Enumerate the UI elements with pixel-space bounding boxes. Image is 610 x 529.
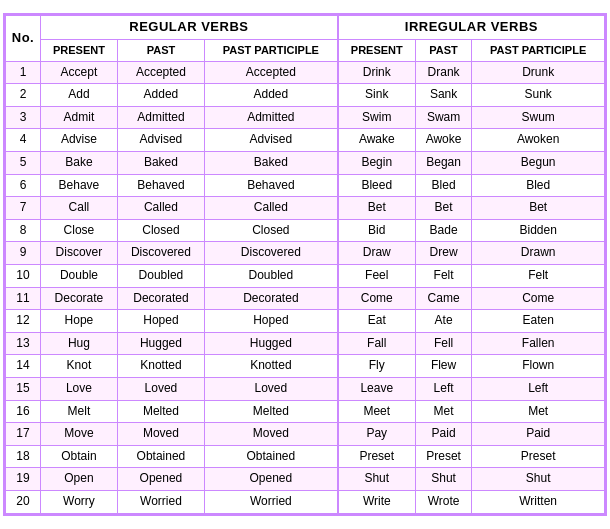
irr-past: Fell	[415, 332, 472, 355]
reg-past: Moved	[117, 423, 204, 446]
table-row: 6BehaveBehavedBehavedBleedBledBled	[6, 174, 605, 197]
irr-pp-header: PAST PARTICIPLE	[472, 40, 605, 61]
reg-past: Discovered	[117, 242, 204, 265]
irr-present: Swim	[338, 106, 416, 129]
irr-pp: Shut	[472, 468, 605, 491]
irr-past: Felt	[415, 265, 472, 288]
table-row: 17MoveMovedMovedPayPaidPaid	[6, 423, 605, 446]
irr-present: Meet	[338, 400, 416, 423]
reg-pp: Hugged	[204, 332, 337, 355]
reg-pp: Worried	[204, 490, 337, 513]
irr-pp: Drunk	[472, 61, 605, 84]
irr-past: Awoke	[415, 129, 472, 152]
reg-present: Decorate	[41, 287, 118, 310]
irr-past: Bade	[415, 219, 472, 242]
irregular-verbs-header: IRREGULAR VERBS	[338, 16, 605, 40]
irr-pp: Begun	[472, 152, 605, 175]
reg-present: Worry	[41, 490, 118, 513]
reg-past: Loved	[117, 377, 204, 400]
irr-present: Come	[338, 287, 416, 310]
irr-present: Sink	[338, 84, 416, 107]
row-no: 11	[6, 287, 41, 310]
verb-table: No. REGULAR VERBS IRREGULAR VERBS PRESEN…	[5, 15, 605, 513]
irr-past: Bet	[415, 197, 472, 220]
reg-pp: Loved	[204, 377, 337, 400]
reg-present: Advise	[41, 129, 118, 152]
table-row: 13HugHuggedHuggedFallFellFallen	[6, 332, 605, 355]
reg-pp: Doubled	[204, 265, 337, 288]
reg-present-header: PRESENT	[41, 40, 118, 61]
irr-pp: Met	[472, 400, 605, 423]
irr-pp: Drawn	[472, 242, 605, 265]
reg-present: Love	[41, 377, 118, 400]
irr-past: Swam	[415, 106, 472, 129]
irr-pp: Preset	[472, 445, 605, 468]
reg-pp: Called	[204, 197, 337, 220]
no-header: No.	[6, 16, 41, 61]
irr-pp: Written	[472, 490, 605, 513]
reg-pp: Closed	[204, 219, 337, 242]
table-row: 9DiscoverDiscoveredDiscoveredDrawDrewDra…	[6, 242, 605, 265]
reg-present: Discover	[41, 242, 118, 265]
irr-past: Bled	[415, 174, 472, 197]
irr-pp: Come	[472, 287, 605, 310]
irr-present: Write	[338, 490, 416, 513]
table-row: 1AcceptAcceptedAcceptedDrinkDrankDrunk	[6, 61, 605, 84]
irr-pp: Bled	[472, 174, 605, 197]
irr-present: Begin	[338, 152, 416, 175]
reg-past: Closed	[117, 219, 204, 242]
reg-pp: Melted	[204, 400, 337, 423]
irr-past: Began	[415, 152, 472, 175]
irr-past: Preset	[415, 445, 472, 468]
reg-past: Behaved	[117, 174, 204, 197]
regular-verbs-header: REGULAR VERBS	[41, 16, 338, 40]
reg-pp: Discovered	[204, 242, 337, 265]
reg-past-header: PAST	[117, 40, 204, 61]
reg-present: Double	[41, 265, 118, 288]
row-no: 9	[6, 242, 41, 265]
row-no: 13	[6, 332, 41, 355]
irr-present: Preset	[338, 445, 416, 468]
reg-present: Obtain	[41, 445, 118, 468]
row-no: 2	[6, 84, 41, 107]
irr-past: Sank	[415, 84, 472, 107]
reg-present: Move	[41, 423, 118, 446]
irr-present: Bid	[338, 219, 416, 242]
reg-pp: Behaved	[204, 174, 337, 197]
irr-present: Shut	[338, 468, 416, 491]
table-row: 7CallCalledCalledBetBetBet	[6, 197, 605, 220]
reg-pp: Obtained	[204, 445, 337, 468]
row-no: 7	[6, 197, 41, 220]
irr-past: Drank	[415, 61, 472, 84]
irr-pp: Sunk	[472, 84, 605, 107]
row-no: 12	[6, 310, 41, 333]
irr-present: Leave	[338, 377, 416, 400]
table-row: 2AddAddedAddedSinkSankSunk	[6, 84, 605, 107]
table-row: 4AdviseAdvisedAdvisedAwakeAwokeAwoken	[6, 129, 605, 152]
irr-present: Bleed	[338, 174, 416, 197]
reg-present: Melt	[41, 400, 118, 423]
irr-present: Eat	[338, 310, 416, 333]
irr-pp: Bet	[472, 197, 605, 220]
reg-past: Worried	[117, 490, 204, 513]
reg-past: Melted	[117, 400, 204, 423]
reg-past: Decorated	[117, 287, 204, 310]
reg-present: Admit	[41, 106, 118, 129]
table-row: 3AdmitAdmittedAdmittedSwimSwamSwum	[6, 106, 605, 129]
irr-past: Drew	[415, 242, 472, 265]
irr-pp: Eaten	[472, 310, 605, 333]
row-no: 10	[6, 265, 41, 288]
row-no: 16	[6, 400, 41, 423]
irr-pp: Felt	[472, 265, 605, 288]
reg-pp: Advised	[204, 129, 337, 152]
irr-past: Met	[415, 400, 472, 423]
table-row: 12HopeHopedHopedEatAteEaten	[6, 310, 605, 333]
reg-past: Opened	[117, 468, 204, 491]
row-no: 4	[6, 129, 41, 152]
row-no: 3	[6, 106, 41, 129]
table-row: 18ObtainObtainedObtainedPresetPresetPres…	[6, 445, 605, 468]
irr-present: Awake	[338, 129, 416, 152]
table-row: 14KnotKnottedKnottedFlyFlewFlown	[6, 355, 605, 378]
reg-pp: Baked	[204, 152, 337, 175]
table-row: 11DecorateDecoratedDecoratedComeCameCome	[6, 287, 605, 310]
